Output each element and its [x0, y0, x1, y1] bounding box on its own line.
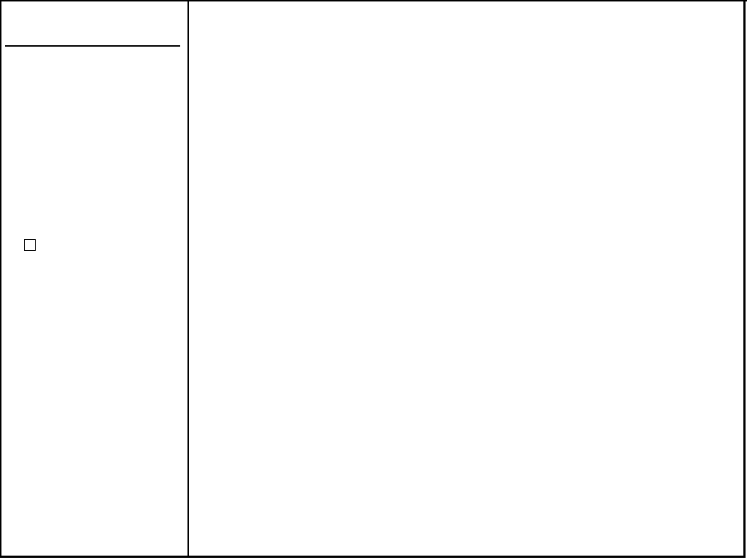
- legend-panel: [1, 1, 187, 556]
- window-frame-right: [743, 0, 746, 558]
- liner-legend-item: [24, 239, 42, 251]
- liner-swatch: [24, 239, 36, 251]
- legend-separator: [5, 45, 180, 47]
- flac3d-window: [0, 0, 747, 560]
- window-frame-top: [0, 0, 747, 1]
- window-frame-left: [0, 0, 1, 558]
- panel-divider: [187, 0, 189, 558]
- model-view-canvas[interactable]: [242, 31, 461, 140]
- window-frame-bottom: [0, 556, 746, 558]
